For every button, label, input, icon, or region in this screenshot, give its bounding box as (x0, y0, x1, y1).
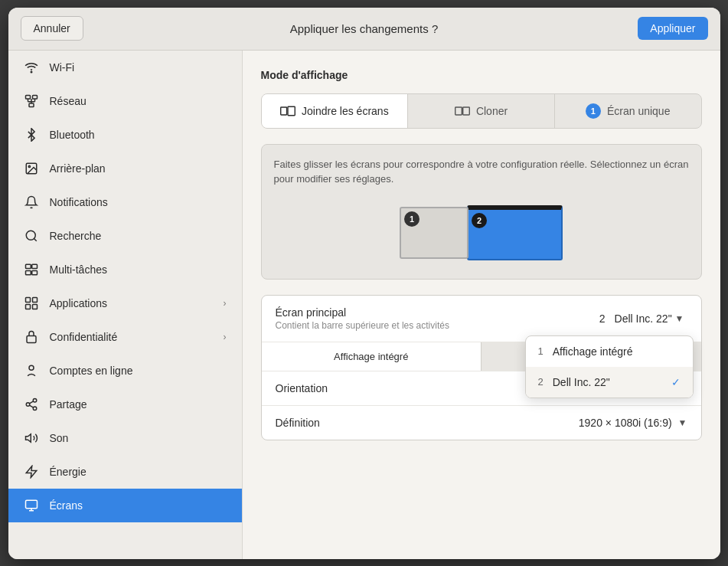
bell-icon (24, 195, 39, 210)
sidebar-item-wifi[interactable]: Wi-Fi (8, 51, 242, 84)
svg-point-22 (33, 398, 37, 402)
tab-single[interactable]: 1 Écran unique (555, 94, 701, 128)
screen-1-badge: 1 (404, 211, 419, 227)
sidebar-item-comptes[interactable]: Comptes en ligne (8, 354, 242, 388)
sidebar: Wi-Fi Réseau (8, 51, 243, 559)
dropdown-option-1[interactable]: 1 Affichage intégré (526, 336, 693, 367)
svg-rect-14 (31, 264, 37, 268)
opt-2-label: Dell Inc. 22" (553, 376, 610, 388)
accounts-icon (24, 363, 39, 378)
definition-value-text: 1920 × 1080i (16:9) (579, 417, 672, 429)
multitask-icon (24, 262, 39, 277)
apply-button[interactable]: Appliquer (638, 17, 707, 40)
svg-point-24 (33, 407, 37, 411)
sidebar-item-bluetooth[interactable]: Bluetooth (8, 118, 242, 152)
definition-dropdown-arrow[interactable]: ▼ (678, 417, 687, 428)
tab-clone[interactable]: Cloner (408, 94, 555, 128)
svg-point-11 (26, 231, 35, 240)
confidentialite-arrow: › (224, 332, 227, 342)
screen-1[interactable]: 1 (400, 207, 468, 259)
monitor-tab-1-label: Affichage intégré (334, 351, 408, 362)
comptes-label: Comptes en ligne (50, 365, 133, 377)
reseau-label: Réseau (50, 95, 87, 107)
sidebar-item-notifications[interactable]: Notifications (8, 185, 242, 219)
sidebar-item-ecrans[interactable]: Écrans (8, 489, 242, 522)
svg-marker-27 (25, 433, 31, 442)
opt-1-num: 1 (538, 345, 544, 357)
tab-single-label: Écran unique (607, 105, 671, 117)
sidebar-item-arriere-plan[interactable]: Arrière-plan (8, 152, 242, 185)
orientation-label: Orientation (276, 382, 328, 394)
principal-num: 2 (599, 312, 606, 325)
mode-tabs: Joindre les écrans Cloner 1 Écran unique (261, 93, 702, 129)
principal-value: 2 Dell Inc. 22" ▼ (599, 311, 687, 326)
svg-rect-16 (31, 270, 37, 274)
sound-icon (24, 430, 39, 446)
check-icon: ✓ (671, 376, 681, 388)
partage-label: Partage (50, 398, 87, 411)
body: Wi-Fi Réseau (8, 51, 720, 559)
sidebar-item-confidentialite[interactable]: Confidentialité › (8, 320, 242, 354)
wifi-label: Wi-Fi (50, 61, 75, 74)
svg-rect-19 (25, 304, 30, 309)
ecrans-label: Écrans (50, 499, 83, 512)
display-icon (24, 498, 39, 513)
screen-2-badge: 2 (472, 213, 487, 228)
sidebar-item-energie[interactable]: Énergie (8, 455, 242, 489)
sidebar-item-applications[interactable]: Applications › (8, 286, 242, 320)
main-content: Mode d'affichage Joindre les écrans (243, 51, 720, 559)
applications-arrow: › (224, 298, 227, 309)
confidentialite-label: Confidentialité (50, 331, 118, 343)
definition-value: 1920 × 1080i (16:9) ▼ (579, 417, 687, 429)
privacy-icon (24, 329, 39, 345)
tab-join[interactable]: Joindre les écrans (262, 94, 409, 128)
opt-1-label: Affichage intégré (553, 345, 633, 358)
svg-rect-28 (25, 500, 37, 509)
header: Annuler Appliquer les changements ? Appl… (8, 8, 720, 51)
svg-rect-1 (25, 95, 30, 99)
share-icon (24, 397, 39, 412)
sidebar-item-recherche[interactable]: Recherche (8, 219, 242, 253)
svg-line-25 (29, 405, 33, 407)
sidebar-item-partage[interactable]: Partage (8, 388, 242, 421)
monitor-tab-1[interactable]: Affichage intégré (262, 342, 482, 371)
screens-container: 1 2 (274, 199, 689, 267)
principal-monitor-name: Dell Inc. 22" (615, 312, 672, 325)
principal-label: Écran principal (276, 306, 449, 319)
svg-point-0 (31, 71, 32, 73)
svg-rect-15 (25, 270, 31, 274)
svg-point-10 (28, 165, 30, 167)
applications-label: Applications (50, 297, 108, 309)
principal-sublabel: Contient la barre supérieure et les acti… (276, 320, 449, 331)
definition-row: Définition 1920 × 1080i (16:9) ▼ (262, 406, 701, 440)
svg-rect-33 (455, 107, 462, 115)
svg-rect-17 (25, 297, 30, 302)
dropdown-option-2[interactable]: 2 Dell Inc. 22" ✓ (526, 367, 693, 398)
tab-clone-label: Cloner (476, 105, 508, 117)
clone-icon (455, 104, 470, 118)
principal-group: Écran principal Contient la barre supéri… (261, 295, 702, 440)
apps-icon (24, 296, 39, 311)
principal-dropdown-arrow: ▼ (675, 313, 684, 324)
multitaches-label: Multi-tâches (50, 263, 107, 276)
principal-dropdown-button[interactable]: Dell Inc. 22" ▼ (612, 311, 687, 326)
energie-label: Énergie (50, 466, 87, 478)
sidebar-item-son[interactable]: Son (8, 421, 242, 455)
sidebar-item-multitaches[interactable]: Multi-tâches (8, 253, 242, 286)
svg-point-23 (26, 402, 30, 406)
single-badge: 1 (586, 103, 601, 119)
svg-rect-20 (32, 304, 37, 309)
svg-rect-32 (288, 107, 295, 116)
svg-rect-13 (25, 264, 31, 268)
network-icon (24, 93, 39, 109)
search-icon (24, 228, 39, 244)
screen-2[interactable]: 2 (467, 205, 563, 260)
energy-icon (24, 464, 39, 479)
join-icon (280, 104, 295, 118)
background-icon (24, 161, 39, 176)
sidebar-item-reseau[interactable]: Réseau (8, 84, 242, 118)
recherche-label: Recherche (50, 230, 102, 242)
bluetooth-label: Bluetooth (50, 129, 95, 141)
cancel-button[interactable]: Annuler (21, 16, 83, 41)
dialog-title: Appliquer les changements ? (290, 22, 438, 35)
